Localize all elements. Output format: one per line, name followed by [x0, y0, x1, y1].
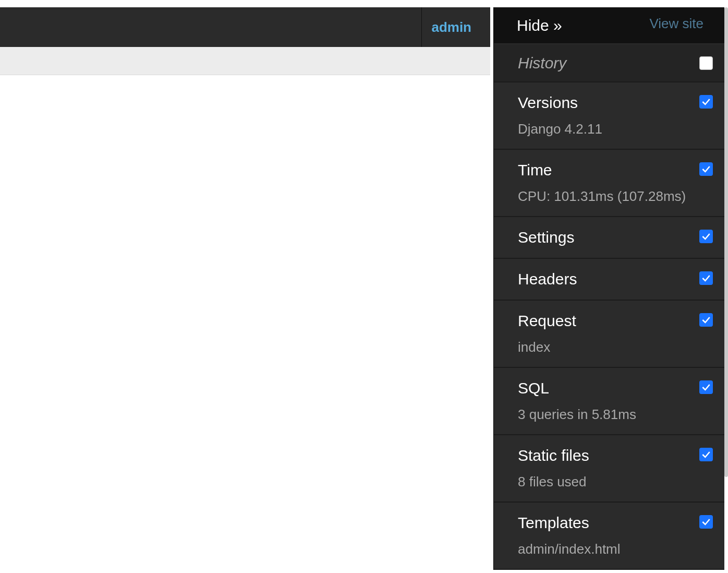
debug-panel-headers[interactable]: Headers [494, 259, 724, 301]
view-site-link[interactable]: View site [649, 15, 703, 31]
panel-subtitle: 3 queries in 5.81ms [518, 407, 713, 423]
debug-panel-request[interactable]: Requestindex [494, 301, 724, 368]
content-area [0, 75, 490, 573]
admin-header: admin [0, 7, 490, 47]
panel-subtitle: 8 files used [518, 474, 713, 490]
panel-subtitle: admin/index.html [518, 541, 713, 557]
panel-title: Settings [518, 229, 713, 246]
check-icon [701, 449, 711, 460]
panel-checkbox[interactable] [699, 95, 713, 109]
debug-panel-sql[interactable]: SQL3 queries in 5.81ms [494, 368, 724, 435]
panel-checkbox[interactable] [699, 448, 713, 461]
breadcrumb-band [0, 47, 490, 75]
check-icon [701, 273, 711, 283]
page-root: admin Hide » View site History VersionsD… [0, 0, 728, 573]
debug-panel-settings[interactable]: Settings [494, 217, 724, 259]
debug-panel-static-files[interactable]: Static files8 files used [494, 435, 724, 503]
debug-panel-templates[interactable]: Templatesadmin/index.html [494, 503, 724, 570]
hide-label: Hide » [517, 17, 562, 34]
check-icon [701, 97, 711, 107]
panel-checkbox[interactable] [699, 230, 713, 243]
debug-history-panel[interactable]: History [494, 44, 724, 82]
check-icon [701, 164, 711, 174]
check-icon [701, 382, 711, 392]
debug-panel-time[interactable]: TimeCPU: 101.31ms (107.28ms) [494, 150, 724, 217]
panel-checkbox[interactable] [699, 162, 713, 176]
debug-panels-container: VersionsDjango 4.2.11TimeCPU: 101.31ms (… [494, 82, 724, 570]
scrollbar[interactable] [724, 7, 728, 477]
debug-toolbar: Hide » View site History VersionsDjango … [493, 7, 724, 570]
debug-panel-versions[interactable]: VersionsDjango 4.2.11 [494, 82, 724, 150]
history-checkbox[interactable] [699, 56, 713, 70]
panel-title: Request [518, 312, 713, 330]
panel-title: Time [518, 161, 713, 179]
panel-title: Versions [518, 94, 713, 112]
debug-hide-button[interactable]: Hide » View site [494, 7, 724, 44]
history-label: History [518, 54, 566, 72]
panel-subtitle: index [518, 339, 713, 355]
panel-title: Templates [518, 514, 713, 532]
user-link[interactable]: admin [431, 19, 490, 35]
check-icon [701, 315, 711, 325]
check-icon [701, 517, 711, 527]
panel-checkbox[interactable] [699, 313, 713, 327]
panel-checkbox[interactable] [699, 515, 713, 529]
panel-subtitle: Django 4.2.11 [518, 121, 713, 137]
panel-title: SQL [518, 379, 713, 397]
panel-subtitle: CPU: 101.31ms (107.28ms) [518, 188, 713, 205]
panel-title: Static files [518, 447, 713, 464]
panel-checkbox[interactable] [699, 380, 713, 394]
panel-checkbox[interactable] [699, 271, 713, 285]
panel-title: Headers [518, 270, 713, 288]
header-divider [421, 7, 422, 47]
check-icon [701, 231, 711, 242]
